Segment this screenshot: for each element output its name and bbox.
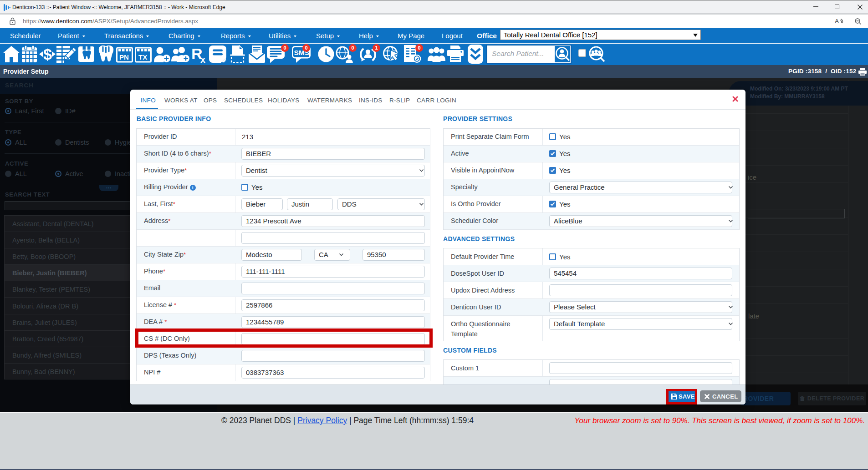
svg-text:PN: PN: [119, 53, 129, 61]
svg-text:$: $: [43, 45, 52, 63]
svg-text:TX: TX: [138, 53, 147, 61]
svg-text:x: x: [200, 55, 205, 63]
